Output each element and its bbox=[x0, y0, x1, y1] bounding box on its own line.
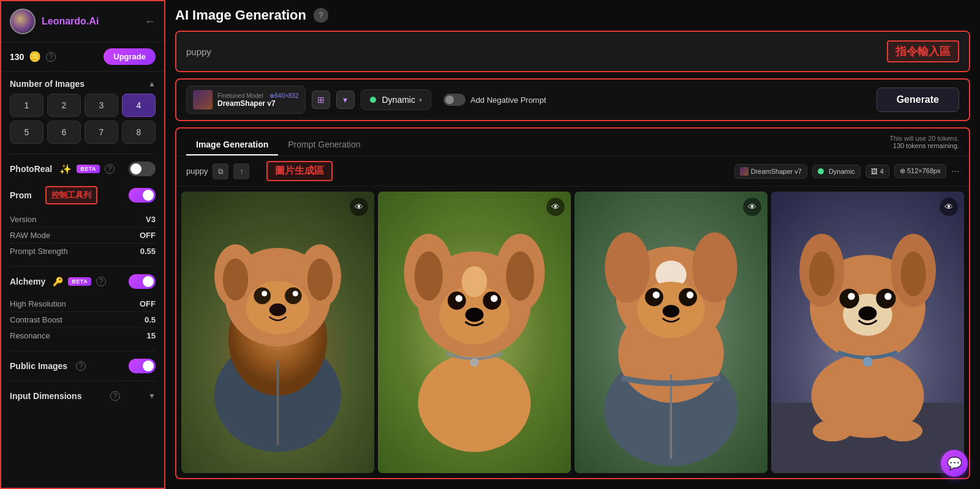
sidebar: Leonardo.Ai ← 130 🪙 ? Upgrade Number of … bbox=[0, 0, 165, 489]
generate-button[interactable]: Generate bbox=[876, 88, 959, 112]
prompt-magic-toggle[interactable] bbox=[129, 188, 156, 203]
prompt-magic-label: Prom bbox=[10, 190, 32, 200]
prompt-input[interactable] bbox=[186, 47, 887, 57]
photoreal-toggle[interactable] bbox=[129, 162, 156, 176]
divider-3 bbox=[10, 351, 156, 351]
alchemy-settings: High Resolution OFF Contrast Boost 0.5 R… bbox=[1, 294, 164, 348]
highres-val: OFF bbox=[140, 299, 156, 308]
photoreal-row: PhotoReal ✨ BETA ? bbox=[1, 157, 164, 181]
style-dropdown-arrow: ▾ bbox=[419, 97, 422, 103]
content-area: Image Generation Prompt Generation This … bbox=[175, 127, 970, 479]
model-thumbnail bbox=[193, 90, 213, 110]
svg-point-52 bbox=[901, 252, 926, 297]
resonance-val: 15 bbox=[147, 331, 156, 340]
num-btn-5[interactable]: 5 bbox=[10, 121, 43, 144]
svg-point-55 bbox=[848, 293, 855, 300]
model-label-text: Finetuned Model bbox=[217, 92, 263, 99]
svg-point-60 bbox=[883, 420, 922, 442]
input-dimensions-chevron: ▼ bbox=[148, 392, 156, 400]
highres-row: High Resolution OFF bbox=[10, 296, 156, 312]
top-bar: AI Image Generation ? bbox=[165, 0, 980, 31]
promptstrength-key: Prompt Strength bbox=[10, 247, 68, 256]
generation-annotation: 圖片生成區 bbox=[266, 161, 333, 181]
image-3 bbox=[575, 192, 767, 473]
model-icon-btn[interactable]: ⊞ bbox=[312, 91, 330, 109]
model-tag: DreamShaper v7 bbox=[734, 164, 807, 179]
back-button[interactable]: ← bbox=[145, 15, 156, 28]
svg-point-6 bbox=[223, 258, 248, 300]
neg-prompt-toggle[interactable] bbox=[443, 94, 466, 106]
view-button-2[interactable]: 👁 bbox=[546, 198, 565, 216]
token-help-icon[interactable]: ? bbox=[46, 52, 56, 62]
svg-point-11 bbox=[262, 291, 267, 296]
num-btn-4[interactable]: 4 bbox=[122, 94, 156, 117]
copy-prompt-button[interactable]: ⧉ bbox=[213, 163, 228, 179]
svg-point-40 bbox=[653, 291, 660, 299]
style-dropdown[interactable]: Dynamic ▾ bbox=[361, 89, 431, 110]
model-selector[interactable]: Finetuned Model ⊕640×832 DreamShaper v7 bbox=[186, 86, 306, 114]
prompt-annotation: 指令輸入區 bbox=[887, 40, 959, 62]
model-tag-text: DreamShaper v7 bbox=[751, 168, 802, 175]
toolbar-annotation: 控制工具列 bbox=[45, 186, 97, 204]
model-tag-icon bbox=[740, 167, 748, 176]
model-chevron-btn[interactable]: ▾ bbox=[336, 91, 355, 109]
num-btn-3[interactable]: 3 bbox=[85, 94, 118, 117]
alchemy-icon: 🔑 bbox=[53, 277, 63, 286]
num-images-title: Number of Images bbox=[10, 79, 85, 89]
model-label: Finetuned Model ⊕640×832 bbox=[217, 92, 299, 99]
num-btn-1[interactable]: 1 bbox=[10, 94, 43, 117]
tab-image-generation[interactable]: Image Generation bbox=[186, 135, 278, 155]
contrastboost-key: Contrast Boost bbox=[10, 315, 62, 324]
model-name: DreamShaper v7 bbox=[217, 99, 299, 108]
svg-point-20 bbox=[415, 252, 443, 301]
svg-point-28 bbox=[466, 308, 484, 322]
prompt-magic-row: Prom 控制工具列 bbox=[1, 181, 164, 209]
photoreal-help[interactable]: ? bbox=[105, 164, 115, 174]
contrastboost-val: 0.5 bbox=[145, 315, 156, 324]
upload-button[interactable]: ↑ bbox=[233, 163, 249, 179]
num-btn-8[interactable]: 8 bbox=[122, 121, 156, 144]
divider-2 bbox=[10, 266, 156, 267]
view-button-1[interactable]: 👁 bbox=[350, 198, 368, 216]
svg-point-10 bbox=[285, 287, 302, 304]
svg-point-56 bbox=[884, 293, 892, 300]
page-help-icon[interactable]: ? bbox=[314, 8, 328, 23]
svg-point-35 bbox=[605, 233, 650, 303]
more-options-button[interactable]: ··· bbox=[951, 166, 959, 177]
input-dimensions-help[interactable]: ? bbox=[110, 391, 120, 401]
image-card-4: 👁 bbox=[771, 192, 964, 473]
svg-point-58 bbox=[862, 357, 872, 367]
public-images-help[interactable]: ? bbox=[76, 361, 86, 371]
chat-bubble-button[interactable]: 💬 bbox=[941, 450, 968, 477]
gen-prompt-text: puppy bbox=[186, 166, 208, 176]
rawmode-key: RAW Mode bbox=[10, 231, 50, 240]
style-tag: Dynamic bbox=[812, 165, 861, 178]
image-2 bbox=[378, 192, 571, 473]
view-button-3[interactable]: 👁 bbox=[743, 198, 761, 216]
style-label: Dynamic bbox=[382, 95, 415, 105]
num-btn-7[interactable]: 7 bbox=[85, 121, 118, 144]
upgrade-button[interactable]: Upgrade bbox=[104, 48, 156, 65]
alchemy-toggle[interactable] bbox=[129, 274, 156, 289]
public-images-toggle[interactable] bbox=[129, 359, 156, 373]
input-dimensions-title: Input Dimensions bbox=[10, 391, 81, 401]
tab-prompt-generation[interactable]: Prompt Generation bbox=[278, 135, 370, 155]
main-content: AI Image Generation ? 指令輸入區 Finetuned Mo… bbox=[165, 0, 980, 489]
brand: Leonardo.Ai bbox=[10, 9, 99, 34]
num-btn-6[interactable]: 6 bbox=[47, 121, 81, 144]
svg-point-9 bbox=[254, 287, 271, 304]
alchemy-help[interactable]: ? bbox=[96, 277, 106, 286]
model-size-text: ⊕640×832 bbox=[270, 92, 298, 99]
view-button-4[interactable]: 👁 bbox=[940, 198, 958, 216]
generation-bar: puppy ⧉ ↑ 圖片生成區 DreamShaper v7 Dynamic 🖼… bbox=[176, 156, 969, 187]
neg-prompt-label: Add Negative Prompt bbox=[470, 95, 546, 105]
photoreal-label: PhotoReal bbox=[10, 164, 52, 174]
resonance-row: Resonance 15 bbox=[10, 328, 156, 343]
num-btn-2[interactable]: 2 bbox=[47, 94, 81, 117]
sidebar-header: Leonardo.Ai ← bbox=[1, 1, 164, 42]
svg-point-7 bbox=[307, 258, 333, 300]
svg-point-51 bbox=[809, 252, 834, 297]
svg-point-42 bbox=[663, 305, 680, 318]
images-grid: 👁 bbox=[176, 187, 969, 478]
svg-point-21 bbox=[506, 252, 534, 301]
